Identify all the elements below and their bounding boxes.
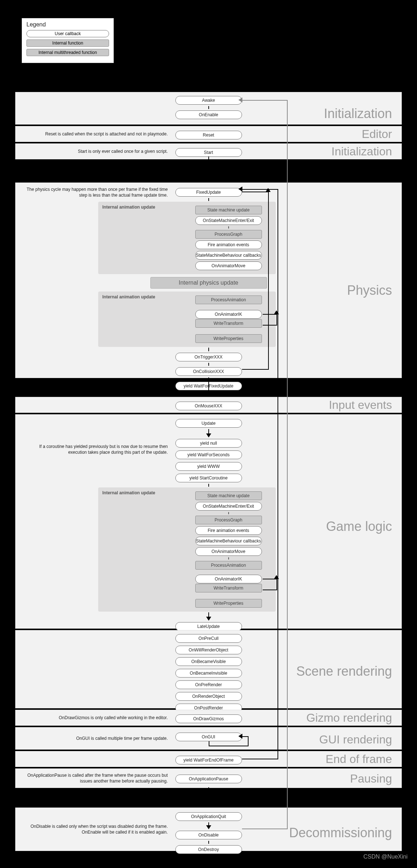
node-wt2: WriteTransform: [195, 584, 262, 592]
node-pa2: ProcessAnimation: [195, 561, 262, 570]
caption-reset: Reset is called when the script is attac…: [23, 131, 168, 137]
node-awake: Awake: [175, 96, 242, 105]
node-wt: WriteTransform: [195, 319, 262, 328]
node-oam: OnAnimatorMove: [195, 261, 262, 270]
group-internal-animation-3: Internal animation update State machine …: [98, 487, 276, 612]
node-oam2: OnAnimatorMove: [195, 547, 262, 556]
node-oprer: OnPreRender: [175, 680, 242, 689]
section-decom: Decommissioning OnDisable is called only…: [15, 808, 402, 851]
group-title-iau3: Internal animation update: [103, 490, 155, 495]
node-ynull: yield null: [175, 439, 242, 448]
node-fae2: Fire animation events: [195, 526, 262, 535]
node-osme2: OnStateMachineEnter/Exit: [195, 502, 262, 511]
section-title-init: Initialization: [324, 106, 392, 121]
node-ontrigger: OnTriggerXXX: [175, 353, 242, 361]
connector: [208, 106, 209, 109]
node-reset: Reset: [175, 131, 242, 139]
section-editor: Editor Reset is called when the script i…: [15, 126, 402, 142]
node-onenable: OnEnable: [175, 110, 242, 119]
section-pause: Pausing OnApplicationPause is called aft…: [15, 768, 402, 788]
legend-title: Legend: [26, 21, 109, 28]
section-physics: Physics The physics cycle may happen mor…: [15, 183, 402, 378]
node-oap: OnApplicationPause: [175, 775, 242, 783]
node-odg: OnDrawGizmos: [175, 714, 242, 723]
node-ysc: yield StartCoroutine: [175, 474, 242, 482]
group-title-iau1: Internal animation update: [103, 205, 155, 210]
legend-internal-pill: Internal function: [26, 39, 109, 47]
section-game: Game logic If a coroutine has yielded pr…: [15, 414, 402, 629]
node-start: Start: [175, 148, 242, 157]
node-smb: StateMachineBehaviour callbacks: [195, 251, 262, 260]
section-initialization: Initialization Awake OnEnable: [15, 92, 402, 125]
node-oaik2: OnAnimatorIK: [195, 575, 262, 583]
node-pa: ProcessAnimation: [195, 295, 262, 304]
node-oncollision: OnCollisionXXX: [175, 367, 242, 376]
node-smb2: StateMachineBehaviour callbacks: [195, 537, 262, 545]
group-title-iau2: Internal animation update: [103, 294, 155, 299]
node-update: Update: [175, 419, 242, 428]
caption-disable: OnDisable is called only when the script…: [23, 823, 168, 835]
node-ongui: OnGUI: [175, 733, 242, 741]
section-eof: End of frame yield WaitForEndOfFrame: [15, 751, 402, 767]
caption-gizmo: OnDrawGizmos is only called while workin…: [23, 715, 168, 721]
node-wp: WriteProperties: [195, 334, 262, 343]
legend-mt-pill: Internal multithreaded function: [26, 49, 109, 56]
section-title-gizmo: Gizmo rendering: [306, 711, 392, 725]
caption-gui: OnGUI is called multiple time per frame …: [23, 735, 168, 741]
node-lateupdate: LateUpdate: [175, 622, 242, 631]
section-gizmo: Gizmo rendering OnDrawGizmos is only cal…: [15, 710, 402, 726]
node-owro: OnWillRenderObject: [175, 646, 242, 654]
section-title-game: Game logic: [326, 519, 392, 534]
section-title-decom: Decommissioning: [289, 825, 392, 840]
node-oaq: OnApplicationQuit: [175, 812, 242, 821]
section-title-editor: Editor: [362, 127, 392, 141]
legend-panel: Legend User callback Internal function I…: [22, 18, 114, 63]
section-title-scene: Scene rendering: [296, 664, 392, 679]
section-title-init2: Initialization: [331, 145, 392, 158]
node-oaik: OnAnimatorIK: [195, 310, 262, 319]
node-smu2: State machine update: [195, 491, 262, 500]
node-pg2: ProcessGraph: [195, 516, 262, 524]
node-obi: OnBecameInvisible: [175, 669, 242, 678]
caption-pause: OnApplicationPause is called after the f…: [23, 772, 168, 784]
group-internal-animation-1: Internal animation update State machine …: [98, 202, 276, 274]
section-title-pause: Pausing: [350, 772, 392, 785]
caption-start: Start is only ever called once for a giv…: [23, 148, 168, 154]
section-title-input: Input events: [329, 398, 392, 412]
section-title-eof: End of frame: [326, 752, 392, 766]
node-onmouse: OnMouseXXX: [175, 402, 242, 410]
node-osme: OnStateMachineEnter/Exit: [195, 216, 262, 225]
node-obv: OnBecameVisible: [175, 657, 242, 666]
section-scene: Scene rendering OnPreCull OnWillRenderOb…: [15, 630, 402, 708]
node-smu: State machine update: [195, 206, 262, 214]
node-oro: OnRenderObject: [175, 692, 242, 701]
node-wp2: WriteProperties: [195, 599, 262, 608]
node-fae: Fire animation events: [195, 240, 262, 249]
bar-internal-physics: Internal physics update: [150, 277, 267, 289]
section-title-physics: Physics: [347, 283, 392, 298]
connector-line: [208, 156, 209, 183]
section-gui: GUI rendering OnGUI is called multiple t…: [15, 727, 402, 750]
node-ywfeof: yield WaitForEndOfFrame: [175, 756, 242, 764]
group-internal-animation-2: Internal animation update ProcessAnimati…: [98, 292, 276, 347]
node-odis: OnDisable: [175, 831, 242, 839]
node-oprecull: OnPreCull: [175, 634, 242, 643]
node-ywfs: yield WaitForSeconds: [175, 450, 242, 459]
node-ywww: yield WWW: [175, 462, 242, 471]
legend-user-pill: User callback: [26, 30, 109, 37]
section-input: Input events OnMouseXXX: [15, 397, 402, 413]
node-pg: ProcessGraph: [195, 230, 262, 239]
node-fixedupdate: FixedUpdate: [175, 188, 242, 197]
node-odes: OnDestroy: [175, 845, 242, 854]
section-title-gui: GUI rendering: [319, 733, 392, 746]
watermark: CSDN @NueXini: [363, 854, 408, 860]
